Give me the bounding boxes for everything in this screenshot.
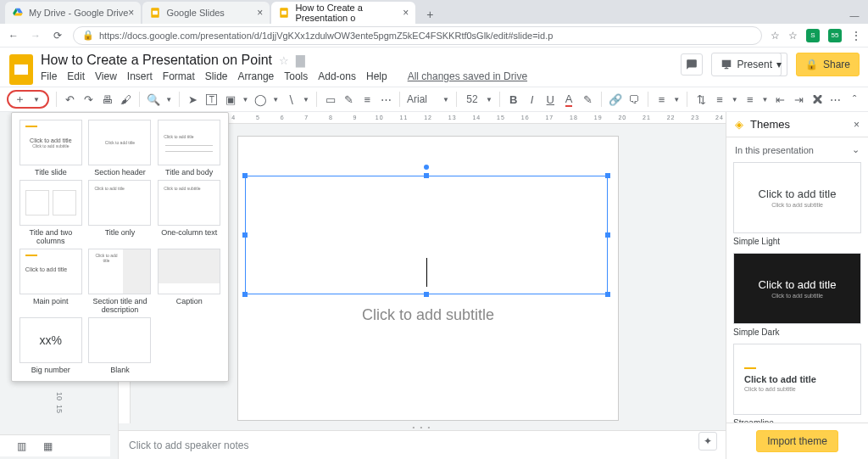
chevron-down-icon[interactable]: ▼: [303, 96, 309, 104]
browser-tab-active[interactable]: How to Create a Presentation o ×: [271, 2, 415, 24]
menu-file[interactable]: File: [41, 70, 57, 82]
url-field[interactable]: 🔒 https://docs.google.com/presentation/d…: [73, 26, 762, 45]
menu-view[interactable]: View: [95, 70, 117, 82]
close-icon[interactable]: ×: [257, 7, 263, 19]
minimize-icon[interactable]: —: [849, 7, 860, 24]
layout-option-titlebody[interactable]: Click to add titleTitle and body: [157, 120, 221, 176]
redo-button[interactable]: ↷: [82, 92, 96, 107]
border-weight-button[interactable]: ≡: [360, 92, 374, 107]
resize-handle-e[interactable]: [605, 232, 610, 238]
clear-formatting-button[interactable]: 🗙: [810, 92, 824, 107]
select-tool[interactable]: ➤: [186, 92, 200, 107]
font-selector[interactable]: Arial▼: [407, 93, 449, 105]
import-theme-button[interactable]: Import theme: [756, 430, 838, 452]
line-button[interactable]: ∖: [284, 92, 298, 107]
resize-handle-nw[interactable]: [242, 173, 248, 178]
menu-help[interactable]: Help: [366, 70, 387, 82]
image-button[interactable]: ▣: [224, 92, 237, 107]
numbered-list-button[interactable]: ≡: [713, 92, 726, 107]
layout-option-section[interactable]: Click to add titleSection header: [88, 120, 153, 176]
present-dropdown[interactable]: ▾: [772, 53, 787, 76]
new-slide-button[interactable]: ＋ ▼: [7, 90, 49, 109]
bold-button[interactable]: B: [507, 92, 520, 107]
undo-button[interactable]: ↶: [64, 92, 77, 107]
indent-increase-button[interactable]: ⇥: [792, 92, 805, 107]
browser-tab[interactable]: My Drive - Google Drive ×: [5, 2, 141, 24]
paint-format-button[interactable]: 🖌: [119, 92, 132, 107]
menu-arrange[interactable]: Arrange: [238, 70, 275, 82]
chevron-down-icon[interactable]: ▼: [165, 96, 172, 104]
theme-option[interactable]: Click to add titleClick to add subtitleS…: [733, 253, 861, 337]
layout-option-twocol[interactable]: Title and two columns: [19, 180, 83, 245]
resize-handle-se[interactable]: [605, 292, 610, 297]
chevron-down-icon[interactable]: ▼: [673, 96, 680, 104]
resize-handle-sw[interactable]: [242, 292, 248, 297]
menu-edit[interactable]: Edit: [67, 70, 85, 82]
indent-decrease-button[interactable]: ⇤: [774, 92, 787, 107]
highlight-button[interactable]: ✎: [581, 92, 594, 107]
italic-button[interactable]: I: [526, 92, 539, 107]
folder-icon[interactable]: ▇: [296, 53, 305, 67]
extension-icon[interactable]: 55: [828, 29, 842, 42]
menu-tools[interactable]: Tools: [284, 70, 308, 82]
save-status[interactable]: All changes saved in Drive: [408, 70, 527, 82]
textbox-button[interactable]: 🅃: [205, 92, 219, 107]
resize-handle-ne[interactable]: [605, 173, 610, 178]
menu-slide[interactable]: Slide: [205, 70, 228, 82]
chevron-down-icon[interactable]: ▼: [732, 96, 738, 104]
slide-canvas[interactable]: Click to add subtitle: [237, 136, 619, 421]
pane-resize-handle[interactable]: • • •: [119, 423, 726, 430]
grid-view-button[interactable]: ▦: [43, 440, 53, 452]
theme-list[interactable]: Click to add titleClick to add subtitleS…: [726, 162, 868, 423]
present-button[interactable]: Present: [711, 53, 782, 76]
share-button[interactable]: 🔒 Share: [796, 53, 860, 76]
explore-button[interactable]: ✦: [698, 432, 717, 451]
chevron-down-icon[interactable]: ▼: [762, 96, 769, 104]
collapse-toolbar-button[interactable]: ˆ: [848, 92, 861, 107]
text-color-button[interactable]: A: [562, 92, 576, 107]
zoom-button[interactable]: 🔍: [147, 92, 160, 107]
document-title[interactable]: How to Create a Presentation on Point: [41, 53, 272, 68]
shape-button[interactable]: ◯: [253, 92, 267, 107]
theme-option[interactable]: Click to add titleClick to add subtitleS…: [733, 344, 861, 423]
layout-option-titleonly[interactable]: Click to add titleTitle only: [88, 180, 153, 245]
menu-addons[interactable]: Add-ons: [318, 70, 356, 82]
chevron-down-icon[interactable]: ▼: [486, 96, 492, 104]
star-icon[interactable]: ☆: [279, 54, 289, 67]
filmstrip-view-button[interactable]: ▥: [17, 440, 26, 452]
incognito-icon[interactable]: ☆: [771, 30, 780, 42]
subtitle-placeholder[interactable]: Click to add subtitle: [362, 306, 494, 324]
comment-button[interactable]: 🗨: [627, 92, 641, 107]
border-dash-button[interactable]: ⋯: [379, 92, 392, 107]
align-button[interactable]: ≡: [655, 92, 669, 107]
themes-section-label[interactable]: In this presentation ⌄: [726, 137, 868, 162]
layout-option-title[interactable]: Click to add titleClick to add subtitleT…: [19, 120, 83, 176]
rotate-handle[interactable]: [424, 165, 429, 170]
theme-option[interactable]: Click to add titleClick to add subtitleS…: [733, 162, 861, 246]
fill-color-button[interactable]: ▭: [324, 92, 337, 107]
chevron-down-icon[interactable]: ▼: [272, 96, 279, 104]
print-button[interactable]: 🖶: [101, 92, 114, 107]
star-icon[interactable]: ☆: [788, 30, 798, 42]
reload-button[interactable]: ⟳: [51, 30, 64, 42]
resize-handle-w[interactable]: [242, 232, 248, 238]
comments-button[interactable]: [681, 53, 703, 76]
extension-icon[interactable]: S: [806, 29, 820, 42]
forward-button[interactable]: →: [29, 30, 42, 42]
close-icon[interactable]: ×: [854, 119, 860, 131]
border-color-button[interactable]: ✎: [342, 92, 356, 107]
layout-option-blank[interactable]: Blank: [88, 317, 153, 374]
resize-handle-n[interactable]: [424, 173, 429, 178]
speaker-notes[interactable]: Click to add speaker notes: [119, 430, 726, 459]
new-tab-button[interactable]: +: [420, 5, 439, 24]
bullet-list-button[interactable]: ≡: [743, 92, 757, 107]
back-button[interactable]: ←: [7, 30, 20, 42]
menu-insert[interactable]: Insert: [127, 70, 153, 82]
underline-button[interactable]: U: [543, 92, 557, 107]
chevron-down-icon[interactable]: ▼: [242, 96, 248, 104]
browser-tab[interactable]: Google Slides ×: [142, 2, 270, 24]
title-textbox[interactable]: [245, 176, 608, 294]
resize-handle-s[interactable]: [424, 292, 429, 297]
layout-option-main[interactable]: Click to add titleMain point: [19, 249, 83, 314]
layout-option-bignum[interactable]: xx%Big number: [19, 317, 83, 374]
